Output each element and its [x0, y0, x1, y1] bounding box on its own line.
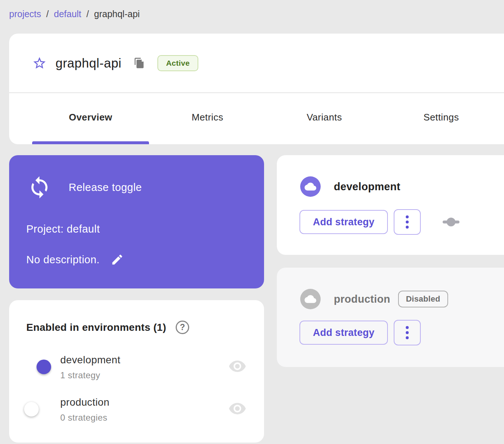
- tab-overview[interactable]: Overview: [32, 93, 149, 141]
- kebab-dot: [406, 215, 409, 218]
- environment-menu-button[interactable]: [394, 320, 421, 345]
- toggle-thumb: [447, 218, 455, 226]
- environment-row-strategies: 0 strategies: [60, 413, 107, 423]
- feature-toggle-page: projects / default / graphql-api graphql…: [0, 0, 504, 444]
- toggle-thumb: [24, 402, 39, 417]
- environment-header: production Disabled: [300, 289, 448, 309]
- tab-overview-label: Overview: [69, 112, 112, 123]
- page-title: graphql-api: [56, 56, 122, 70]
- breadcrumb-link-default[interactable]: default: [54, 9, 81, 19]
- breadcrumb-separator: /: [87, 9, 89, 19]
- toggle-thumb: [37, 360, 51, 374]
- feature-header-card: graphql-api Active Overview Metrics Vari…: [9, 34, 504, 144]
- breadcrumb-separator: /: [46, 9, 49, 19]
- release-loop-icon: [27, 175, 51, 199]
- add-strategy-button[interactable]: Add strategy: [299, 210, 388, 234]
- edit-pencil-icon: [111, 253, 124, 266]
- environment-header: development: [300, 176, 400, 197]
- enabled-environments-header: Enabled in environments (1) ?: [26, 321, 189, 334]
- environment-card-production: production Disabled Add strategy: [277, 268, 504, 367]
- active-tab-indicator: [32, 141, 149, 144]
- toggle-description-label: No description.: [26, 254, 100, 266]
- environment-row-strategies: 1 strategy: [60, 370, 100, 380]
- production-toggle-switch[interactable]: [26, 402, 50, 416]
- cloud-icon: [300, 176, 321, 197]
- toggle-description-row: No description.: [26, 253, 124, 266]
- toggle-type-label: Release toggle: [69, 181, 142, 194]
- toggle-type-card: Release toggle Project: default No descr…: [9, 155, 264, 288]
- help-icon[interactable]: ?: [176, 321, 189, 334]
- environment-actions: Add strategy: [299, 209, 459, 235]
- enabled-environments-card: Enabled in environments (1) ? developmen…: [9, 300, 264, 443]
- visibility-eye-icon[interactable]: [228, 359, 247, 374]
- favorite-star-icon[interactable]: [32, 56, 47, 70]
- add-strategy-button[interactable]: Add strategy: [299, 321, 388, 345]
- environment-actions: Add strategy: [299, 320, 421, 345]
- copy-icon[interactable]: [134, 57, 145, 69]
- environment-toggle-switch[interactable]: [443, 217, 459, 227]
- disabled-badge: Disabled: [398, 291, 448, 307]
- tab-bar: Overview Metrics Variants Settings: [32, 93, 500, 144]
- development-toggle-switch[interactable]: [26, 360, 50, 373]
- tab-metrics[interactable]: Metrics: [149, 93, 266, 141]
- tab-metrics-label: Metrics: [192, 112, 224, 123]
- tab-settings-label: Settings: [423, 112, 459, 123]
- visibility-eye-icon[interactable]: [228, 401, 247, 416]
- tab-settings[interactable]: Settings: [383, 93, 500, 141]
- tab-variants-label: Variants: [307, 112, 342, 123]
- environment-name: production: [334, 293, 390, 305]
- environment-card-development: development Add strategy: [277, 155, 504, 255]
- status-badge: Active: [157, 55, 199, 71]
- kebab-dot: [406, 336, 409, 339]
- toggle-type-header: Release toggle: [27, 175, 142, 199]
- breadcrumb-link-projects[interactable]: projects: [9, 9, 41, 19]
- tab-variants[interactable]: Variants: [266, 93, 383, 141]
- copy-icon-glyph: [134, 57, 145, 69]
- kebab-dot: [406, 226, 409, 229]
- breadcrumb-current: graphql-api: [94, 9, 140, 19]
- feature-header-row: graphql-api Active: [9, 34, 504, 92]
- kebab-dot: [406, 331, 409, 334]
- environment-menu-button[interactable]: [394, 209, 421, 235]
- toggle-project-label: Project: default: [26, 223, 100, 235]
- environment-row-label: development: [60, 354, 121, 366]
- environment-name: development: [334, 181, 400, 193]
- breadcrumb: projects / default / graphql-api: [9, 9, 140, 19]
- kebab-dot: [406, 326, 409, 329]
- enabled-environments-title: Enabled in environments (1): [26, 322, 166, 333]
- edit-description-button[interactable]: [111, 253, 124, 266]
- kebab-dot: [406, 221, 409, 223]
- cloud-icon: [300, 289, 321, 309]
- star-outline-icon: [32, 56, 47, 70]
- environment-row-label: production: [60, 397, 110, 408]
